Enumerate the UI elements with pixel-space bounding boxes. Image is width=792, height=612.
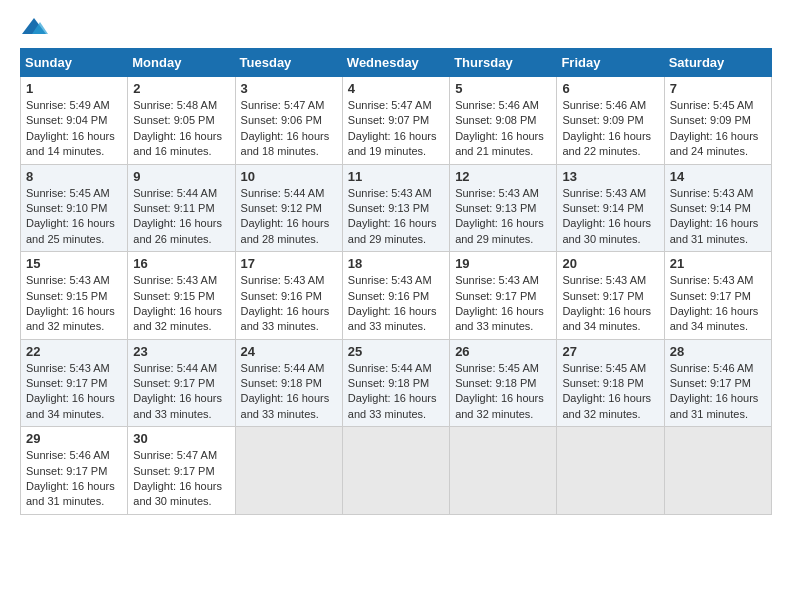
cell-info: Sunrise: 5:45 AMSunset: 9:10 PMDaylight:… [26, 186, 122, 248]
cell-info: Sunrise: 5:44 AMSunset: 9:18 PMDaylight:… [348, 361, 444, 423]
cell-info: Sunrise: 5:43 AMSunset: 9:13 PMDaylight:… [348, 186, 444, 248]
calendar-cell: 30Sunrise: 5:47 AMSunset: 9:17 PMDayligh… [128, 427, 235, 515]
day-number: 21 [670, 256, 766, 271]
cell-info: Sunrise: 5:46 AMSunset: 9:09 PMDaylight:… [562, 98, 658, 160]
cell-info: Sunrise: 5:49 AMSunset: 9:04 PMDaylight:… [26, 98, 122, 160]
day-number: 20 [562, 256, 658, 271]
day-number: 24 [241, 344, 337, 359]
page-header [20, 16, 772, 38]
calendar-cell: 4Sunrise: 5:47 AMSunset: 9:07 PMDaylight… [342, 77, 449, 165]
day-header-friday: Friday [557, 49, 664, 77]
cell-info: Sunrise: 5:44 AMSunset: 9:11 PMDaylight:… [133, 186, 229, 248]
calendar-cell: 9Sunrise: 5:44 AMSunset: 9:11 PMDaylight… [128, 164, 235, 252]
logo [20, 16, 52, 38]
cell-info: Sunrise: 5:43 AMSunset: 9:15 PMDaylight:… [133, 273, 229, 335]
cell-info: Sunrise: 5:48 AMSunset: 9:05 PMDaylight:… [133, 98, 229, 160]
calendar-cell: 6Sunrise: 5:46 AMSunset: 9:09 PMDaylight… [557, 77, 664, 165]
calendar-cell [557, 427, 664, 515]
day-number: 17 [241, 256, 337, 271]
calendar-cell: 8Sunrise: 5:45 AMSunset: 9:10 PMDaylight… [21, 164, 128, 252]
calendar-cell: 3Sunrise: 5:47 AMSunset: 9:06 PMDaylight… [235, 77, 342, 165]
cell-info: Sunrise: 5:46 AMSunset: 9:17 PMDaylight:… [670, 361, 766, 423]
calendar-cell: 22Sunrise: 5:43 AMSunset: 9:17 PMDayligh… [21, 339, 128, 427]
calendar-cell: 10Sunrise: 5:44 AMSunset: 9:12 PMDayligh… [235, 164, 342, 252]
calendar-cell: 13Sunrise: 5:43 AMSunset: 9:14 PMDayligh… [557, 164, 664, 252]
day-number: 25 [348, 344, 444, 359]
calendar-cell: 24Sunrise: 5:44 AMSunset: 9:18 PMDayligh… [235, 339, 342, 427]
cell-info: Sunrise: 5:43 AMSunset: 9:17 PMDaylight:… [455, 273, 551, 335]
calendar-cell: 23Sunrise: 5:44 AMSunset: 9:17 PMDayligh… [128, 339, 235, 427]
calendar-cell: 26Sunrise: 5:45 AMSunset: 9:18 PMDayligh… [450, 339, 557, 427]
calendar-cell: 7Sunrise: 5:45 AMSunset: 9:09 PMDaylight… [664, 77, 771, 165]
day-number: 6 [562, 81, 658, 96]
day-number: 15 [26, 256, 122, 271]
calendar-cell: 16Sunrise: 5:43 AMSunset: 9:15 PMDayligh… [128, 252, 235, 340]
cell-info: Sunrise: 5:43 AMSunset: 9:17 PMDaylight:… [26, 361, 122, 423]
day-header-thursday: Thursday [450, 49, 557, 77]
calendar-cell: 25Sunrise: 5:44 AMSunset: 9:18 PMDayligh… [342, 339, 449, 427]
cell-info: Sunrise: 5:46 AMSunset: 9:17 PMDaylight:… [26, 448, 122, 510]
calendar-table: SundayMondayTuesdayWednesdayThursdayFrid… [20, 48, 772, 515]
cell-info: Sunrise: 5:47 AMSunset: 9:06 PMDaylight:… [241, 98, 337, 160]
cell-info: Sunrise: 5:44 AMSunset: 9:12 PMDaylight:… [241, 186, 337, 248]
day-number: 3 [241, 81, 337, 96]
calendar-cell: 19Sunrise: 5:43 AMSunset: 9:17 PMDayligh… [450, 252, 557, 340]
cell-info: Sunrise: 5:44 AMSunset: 9:18 PMDaylight:… [241, 361, 337, 423]
calendar-cell: 11Sunrise: 5:43 AMSunset: 9:13 PMDayligh… [342, 164, 449, 252]
day-number: 2 [133, 81, 229, 96]
calendar-cell: 27Sunrise: 5:45 AMSunset: 9:18 PMDayligh… [557, 339, 664, 427]
day-number: 5 [455, 81, 551, 96]
calendar-cell [450, 427, 557, 515]
cell-info: Sunrise: 5:43 AMSunset: 9:14 PMDaylight:… [670, 186, 766, 248]
calendar-cell: 2Sunrise: 5:48 AMSunset: 9:05 PMDaylight… [128, 77, 235, 165]
calendar-cell [664, 427, 771, 515]
week-row-2: 8Sunrise: 5:45 AMSunset: 9:10 PMDaylight… [21, 164, 772, 252]
day-number: 4 [348, 81, 444, 96]
cell-info: Sunrise: 5:45 AMSunset: 9:09 PMDaylight:… [670, 98, 766, 160]
day-number: 14 [670, 169, 766, 184]
calendar-cell [235, 427, 342, 515]
day-number: 9 [133, 169, 229, 184]
calendar-cell: 17Sunrise: 5:43 AMSunset: 9:16 PMDayligh… [235, 252, 342, 340]
day-header-monday: Monday [128, 49, 235, 77]
day-number: 18 [348, 256, 444, 271]
cell-info: Sunrise: 5:43 AMSunset: 9:15 PMDaylight:… [26, 273, 122, 335]
cell-info: Sunrise: 5:43 AMSunset: 9:14 PMDaylight:… [562, 186, 658, 248]
calendar-cell [342, 427, 449, 515]
day-number: 30 [133, 431, 229, 446]
day-number: 27 [562, 344, 658, 359]
cell-info: Sunrise: 5:43 AMSunset: 9:17 PMDaylight:… [670, 273, 766, 335]
cell-info: Sunrise: 5:45 AMSunset: 9:18 PMDaylight:… [455, 361, 551, 423]
day-number: 29 [26, 431, 122, 446]
calendar-cell: 29Sunrise: 5:46 AMSunset: 9:17 PMDayligh… [21, 427, 128, 515]
cell-info: Sunrise: 5:45 AMSunset: 9:18 PMDaylight:… [562, 361, 658, 423]
day-number: 8 [26, 169, 122, 184]
day-header-wednesday: Wednesday [342, 49, 449, 77]
day-number: 13 [562, 169, 658, 184]
day-number: 23 [133, 344, 229, 359]
calendar-cell: 15Sunrise: 5:43 AMSunset: 9:15 PMDayligh… [21, 252, 128, 340]
calendar-header-row: SundayMondayTuesdayWednesdayThursdayFrid… [21, 49, 772, 77]
cell-info: Sunrise: 5:44 AMSunset: 9:17 PMDaylight:… [133, 361, 229, 423]
week-row-4: 22Sunrise: 5:43 AMSunset: 9:17 PMDayligh… [21, 339, 772, 427]
calendar-cell: 5Sunrise: 5:46 AMSunset: 9:08 PMDaylight… [450, 77, 557, 165]
logo-icon [20, 16, 48, 38]
calendar-cell: 20Sunrise: 5:43 AMSunset: 9:17 PMDayligh… [557, 252, 664, 340]
day-number: 19 [455, 256, 551, 271]
week-row-3: 15Sunrise: 5:43 AMSunset: 9:15 PMDayligh… [21, 252, 772, 340]
calendar-cell: 12Sunrise: 5:43 AMSunset: 9:13 PMDayligh… [450, 164, 557, 252]
cell-info: Sunrise: 5:47 AMSunset: 9:17 PMDaylight:… [133, 448, 229, 510]
cell-info: Sunrise: 5:47 AMSunset: 9:07 PMDaylight:… [348, 98, 444, 160]
day-header-sunday: Sunday [21, 49, 128, 77]
day-number: 7 [670, 81, 766, 96]
cell-info: Sunrise: 5:43 AMSunset: 9:16 PMDaylight:… [348, 273, 444, 335]
day-number: 26 [455, 344, 551, 359]
cell-info: Sunrise: 5:43 AMSunset: 9:16 PMDaylight:… [241, 273, 337, 335]
cell-info: Sunrise: 5:43 AMSunset: 9:17 PMDaylight:… [562, 273, 658, 335]
calendar-cell: 28Sunrise: 5:46 AMSunset: 9:17 PMDayligh… [664, 339, 771, 427]
cell-info: Sunrise: 5:43 AMSunset: 9:13 PMDaylight:… [455, 186, 551, 248]
cell-info: Sunrise: 5:46 AMSunset: 9:08 PMDaylight:… [455, 98, 551, 160]
day-number: 22 [26, 344, 122, 359]
day-number: 12 [455, 169, 551, 184]
day-number: 11 [348, 169, 444, 184]
